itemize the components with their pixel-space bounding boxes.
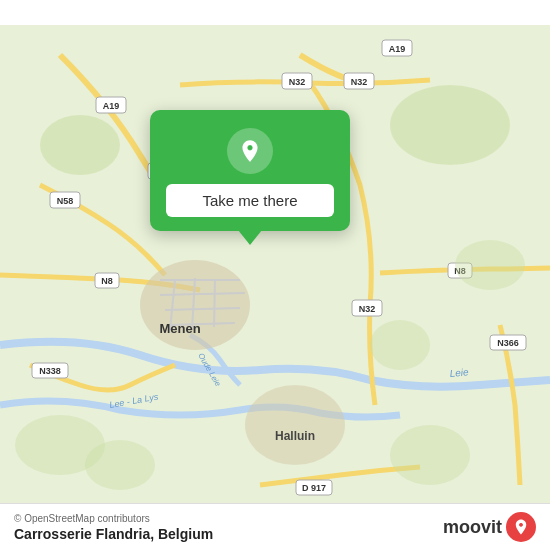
location-name: Carrosserie Flandria, Belgium — [14, 526, 213, 542]
svg-point-1 — [140, 260, 250, 350]
svg-point-41 — [455, 240, 525, 290]
svg-point-44 — [85, 440, 155, 490]
bottom-bar: © OpenStreetMap contributors Carrosserie… — [0, 503, 550, 550]
svg-point-2 — [245, 385, 345, 465]
svg-line-9 — [214, 279, 215, 327]
location-pin-icon — [227, 128, 273, 174]
svg-text:N338: N338 — [39, 366, 61, 376]
svg-point-40 — [390, 85, 510, 165]
moovit-dot-icon — [506, 512, 536, 542]
svg-text:N32: N32 — [359, 304, 376, 314]
svg-text:Halluin: Halluin — [275, 429, 315, 443]
svg-text:N366: N366 — [497, 338, 519, 348]
map-svg: N32 A19 A19 A19 N32 N58 N8 N8 N32 N338 N… — [0, 0, 550, 550]
svg-text:A19: A19 — [389, 44, 406, 54]
svg-text:A19: A19 — [103, 101, 120, 111]
svg-text:N32: N32 — [351, 77, 368, 87]
moovit-text: moovit — [443, 517, 502, 538]
svg-point-47 — [520, 523, 523, 526]
svg-point-39 — [40, 115, 120, 175]
svg-text:N8: N8 — [101, 276, 113, 286]
moovit-logo: moovit — [443, 512, 536, 542]
copyright-text: © OpenStreetMap contributors — [14, 513, 213, 524]
map-container: N32 A19 A19 A19 N32 N58 N8 N8 N32 N338 N… — [0, 0, 550, 550]
svg-text:N58: N58 — [57, 196, 74, 206]
svg-point-46 — [248, 146, 252, 150]
svg-text:N32: N32 — [289, 77, 306, 87]
svg-point-42 — [370, 320, 430, 370]
svg-text:Menen: Menen — [159, 321, 200, 336]
take-me-there-button[interactable]: Take me there — [166, 184, 334, 217]
svg-text:D 917: D 917 — [302, 483, 326, 493]
svg-point-45 — [390, 425, 470, 485]
popup-card: Take me there — [150, 110, 350, 231]
svg-text:Leie: Leie — [449, 366, 469, 379]
bottom-left-info: © OpenStreetMap contributors Carrosserie… — [14, 513, 213, 542]
